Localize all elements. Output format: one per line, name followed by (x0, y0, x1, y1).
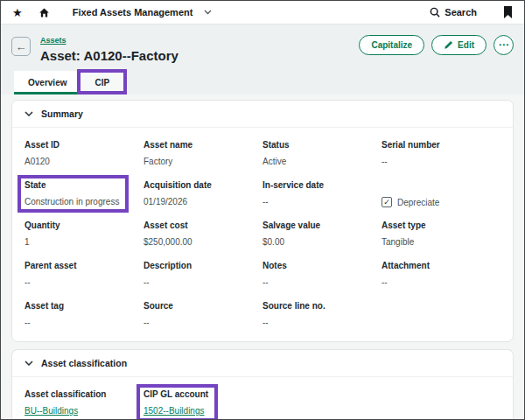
header-actions: Capitalize Edit ⋯ (359, 35, 514, 55)
field-label: In-service date (262, 180, 324, 191)
field-content: Description-- (144, 261, 192, 287)
field-label: Description (144, 261, 192, 271)
field-asset-cost: Asset cost$250,000.00 (144, 220, 262, 248)
link-bu-buildings[interactable]: BU--Buildings (24, 406, 78, 416)
field-content: Asset cost$250,000.00 (144, 220, 192, 247)
page-content: Summary Asset IDA0120Asset nameFactorySt… (1, 94, 524, 419)
checkbox-label: Depreciate (397, 198, 439, 207)
tab-cip[interactable]: CIP (80, 71, 123, 94)
field-value: -- (144, 277, 192, 287)
field-content: Quantity1 (24, 220, 60, 247)
field-content: StatusActive (262, 140, 290, 166)
field-label: Asset classification (24, 389, 106, 400)
field-source: Source-- (144, 301, 262, 329)
field-value: BU--Buildings (24, 406, 106, 416)
edit-button[interactable]: Edit (431, 35, 486, 55)
field-content: Attachment-- (382, 261, 430, 287)
field-value: 01/19/2026 (144, 197, 212, 206)
field-label: Attachment (382, 261, 430, 271)
link-1502-buildings[interactable]: 1502--Buildings (144, 406, 205, 416)
field-label: Source line no. (262, 301, 326, 312)
favorites-star-icon[interactable]: ★ (12, 7, 23, 18)
classification-card-header: Asset classification (12, 350, 513, 377)
field-value: $0.00 (262, 237, 320, 247)
field-label: Parent asset (24, 261, 76, 271)
field-value: -- (24, 318, 64, 327)
field-serial-number: Serial number-- (382, 140, 500, 168)
field-asset-name: Asset nameFactory (144, 140, 262, 168)
field-asset-classification: Asset classificationBU--Buildings (24, 389, 144, 417)
field-state: StateConstruction in progress (24, 180, 144, 208)
field-value: -- (144, 318, 173, 327)
field-value: $250,000.00 (144, 237, 192, 247)
field-value: -- (382, 157, 440, 166)
field-value: A0120 (24, 157, 60, 166)
field-source-line-no: Source line no.-- (262, 301, 382, 329)
field-status: StatusActive (262, 140, 382, 168)
field-content: Asset typeTangible (382, 220, 426, 247)
collapse-chevron-icon[interactable] (24, 111, 33, 116)
breadcrumb-assets-link[interactable]: Assets (40, 36, 66, 45)
home-icon[interactable] (38, 7, 50, 18)
field-value: Factory (144, 157, 192, 166)
field-label: CIP GL account (144, 389, 208, 400)
field-parent-asset: Parent asset-- (24, 261, 144, 289)
field-value: -- (262, 277, 287, 287)
field-label: Quantity (24, 220, 60, 231)
field-label: Asset cost (144, 220, 192, 231)
field-label (382, 180, 439, 191)
classification-fields-grid: Asset classificationBU--BuildingsCIP GL … (12, 377, 513, 419)
field-label: Serial number (382, 140, 440, 150)
field-value: -- (262, 197, 324, 206)
field-label: Salvage value (262, 220, 320, 231)
field-content: Salvage value$0.00 (262, 220, 320, 247)
field-asset-id: Asset IDA0120 (24, 140, 144, 168)
field-content: Asset tag-- (24, 301, 64, 327)
field-content: Serial number-- (382, 140, 440, 166)
field-description: Description-- (144, 261, 262, 289)
capitalize-label: Capitalize (371, 40, 412, 50)
field-content: Asset nameFactory (144, 140, 192, 166)
search-icon (430, 7, 440, 18)
field-in-service-date: In-service date-- (262, 180, 382, 208)
page-header: ← Assets Asset: A0120--Factory Capitaliz… (1, 24, 524, 94)
field-value: Tangible (382, 237, 426, 247)
asset-classification-card: Asset classification Asset classificatio… (11, 349, 514, 419)
field-label: State (24, 180, 119, 191)
field-label: Source (144, 301, 173, 312)
app-switcher[interactable]: Fixed Assets Management (73, 7, 193, 18)
top-bar: ★ Fixed Assets Management Search (1, 1, 524, 24)
title-block: Assets Asset: A0120--Factory (40, 31, 178, 63)
depreciate-checkbox[interactable]: ✓ (382, 197, 392, 207)
field-attachment: Attachment-- (382, 261, 500, 289)
search-button[interactable]: Search (430, 7, 477, 18)
field-notes: Notes-- (262, 261, 382, 289)
field-content: ✓Depreciate (382, 180, 439, 207)
page-title: Asset: A0120--Factory (40, 48, 178, 63)
collapse-chevron-icon[interactable] (24, 360, 33, 366)
field-value: Active (262, 157, 290, 166)
tab-overview[interactable]: Overview (14, 71, 80, 94)
search-label: Search (444, 7, 477, 18)
more-actions-button[interactable]: ⋯ (494, 35, 514, 55)
field-salvage-value: Salvage value$0.00 (262, 220, 382, 248)
field-content: Asset classificationBU--Buildings (24, 389, 106, 416)
field-content: Source-- (144, 301, 173, 327)
summary-card-header: Summary (12, 101, 513, 128)
field-content: Asset IDA0120 (24, 140, 60, 166)
field-asset-type: Asset typeTangible (382, 220, 500, 248)
field-cip-gl-account: CIP GL account1502--Buildings (144, 389, 262, 417)
chevron-down-icon[interactable] (204, 10, 212, 15)
back-button[interactable]: ← (11, 37, 31, 56)
bookmark-icon[interactable] (503, 6, 513, 18)
field-label: Asset tag (24, 301, 64, 312)
field-content: Parent asset-- (24, 261, 76, 287)
capitalize-button[interactable]: Capitalize (359, 35, 424, 55)
field-acquisition-date: Acquisition date01/19/2026 (144, 180, 262, 208)
field-value: 1 (24, 237, 60, 247)
field-label: Asset ID (24, 140, 60, 150)
summary-card: Summary Asset IDA0120Asset nameFactorySt… (11, 100, 514, 342)
edit-label: Edit (458, 40, 474, 50)
tab-bar: OverviewCIP (11, 71, 514, 94)
field-value: Construction in progress (24, 197, 119, 206)
